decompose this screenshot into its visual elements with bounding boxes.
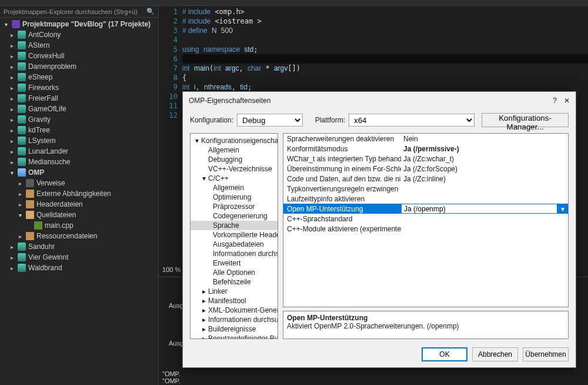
chevron-right-icon[interactable]: ▸ (8, 42, 15, 49)
property-tree[interactable]: ▾Konfigurationseigenschaften AllgemeinDe… (190, 133, 278, 339)
tree-item[interactable]: Ausgabedateien (191, 240, 278, 249)
project-icon (18, 168, 26, 177)
tree-item[interactable]: ▸Buildereignisse (191, 324, 278, 334)
grid-row[interactable]: Konformitätsmodus Ja (/permissive-) (283, 144, 568, 154)
project-icon (18, 31, 26, 39)
chevron-right-icon[interactable]: ▸ (16, 201, 24, 208)
chevron-right-icon[interactable]: ▸ (8, 117, 15, 123)
dialog-titlebar[interactable]: OMP-Eigenschaftenseiten ? ✕ (183, 92, 576, 109)
project-node[interactable]: ▸ GameOfLife (0, 104, 158, 114)
main-cpp-node[interactable]: main.cpp (0, 220, 158, 231)
cancel-button[interactable]: Abbrechen (472, 347, 518, 361)
tree-item[interactable]: ▸Linker (191, 287, 278, 296)
chevron-down-icon[interactable]: ▾ (16, 212, 24, 218)
chevron-right-icon[interactable]: ▸ (8, 53, 15, 59)
project-node[interactable]: ▸ LunarLander (0, 146, 158, 157)
grid-row[interactable]: WChar_t als integrierten Typ behandeln J… (283, 154, 568, 164)
grid-row[interactable]: Code und Daten, auf den bzw. die nicht v… (283, 174, 568, 184)
tree-item[interactable]: ▸XML-Dokument-Generato (191, 306, 278, 315)
top-toolbar-strip (0, 0, 588, 6)
chevron-right-icon[interactable]: ▸ (8, 127, 15, 134)
property-grid[interactable]: Spracherweiterungen deaktivieren Nein Ko… (283, 133, 569, 307)
tree-item[interactable]: Allgemein (191, 145, 278, 155)
dropdown-icon[interactable]: ▾ (557, 205, 568, 213)
help-icon[interactable]: ? (553, 97, 557, 105)
chevron-right-icon[interactable]: ▸ (16, 191, 24, 197)
zoom-indicator[interactable]: 100 % (159, 265, 184, 274)
tree-item[interactable]: Befehlszeile (191, 277, 278, 287)
chevron-right-icon[interactable]: ▸ (8, 85, 15, 91)
config-manager-button[interactable]: Konfigurations-Manager... (482, 113, 569, 127)
chevron-right-icon[interactable]: ▸ (8, 138, 15, 144)
tree-item[interactable]: Vorkompilierte Header (191, 230, 278, 240)
tree-item[interactable]: Sprache (191, 221, 278, 230)
chevron-right-icon[interactable]: ▸ (8, 95, 15, 102)
resource-files-node[interactable]: ▸ Ressourcendateien (0, 231, 158, 241)
tree-root[interactable]: ▾Konfigurationseigenschaften (191, 136, 278, 145)
chevron-right-icon[interactable]: ▸ (16, 233, 24, 240)
project-node[interactable]: ▸ AntColony (0, 29, 158, 40)
project-icon (18, 253, 26, 261)
project-node[interactable]: ▸ FreierFall (0, 93, 158, 104)
search-placeholder: Projektmappen-Explorer durchsuchen (Strg… (4, 8, 138, 15)
tree-item[interactable]: Erweitert (191, 258, 278, 268)
project-omp[interactable]: ▾ OMP (0, 167, 158, 178)
source-files-node[interactable]: ▾ Quelldateien (0, 210, 158, 220)
platform-select[interactable]: x64 (349, 114, 475, 127)
chevron-right-icon[interactable]: ▸ (8, 244, 15, 250)
chevron-right-icon[interactable]: ▸ (8, 148, 15, 155)
tree-item[interactable]: Debugging (191, 155, 278, 164)
project-node[interactable]: ▸ eSheep (0, 72, 158, 82)
chevron-right-icon[interactable]: ▸ (8, 159, 15, 165)
tree-item[interactable]: ▸Benutzerdefinierter Buildsc (191, 334, 278, 339)
chevron-right-icon[interactable]: ▸ (8, 32, 15, 38)
tree-item[interactable]: ▸Informationen durchsuche (191, 315, 278, 324)
project-node[interactable]: ▸ ConvexHull (0, 51, 158, 61)
chevron-right-icon[interactable]: ▸ (8, 254, 15, 261)
grid-row[interactable]: Spracherweiterungen deaktivieren Nein (283, 134, 568, 144)
chevron-down-icon[interactable]: ▾ (8, 170, 15, 176)
project-node[interactable]: ▸ Sanduhr (0, 241, 158, 252)
tree-item[interactable]: Allgemein (191, 183, 278, 192)
grid-row[interactable]: C++-Module aktivieren (experimentell) (283, 224, 568, 234)
project-node[interactable]: ▸ Mediansuche (0, 157, 158, 167)
tree-item[interactable]: VC++-Verzeichnisse (191, 164, 278, 174)
chevron-right-icon[interactable]: ▸ (8, 265, 15, 271)
references-node[interactable]: ▸ Verweise (0, 178, 158, 188)
config-select[interactable]: Debug (237, 114, 303, 127)
tree-cxx[interactable]: ▾C/C++ (191, 174, 278, 183)
tree-item[interactable]: ▸Manifesttool (191, 296, 278, 306)
project-node[interactable]: ▸ Damenproblem (0, 61, 158, 72)
grid-row[interactable]: Typkonvertierungsregeln erzwingen (283, 184, 568, 194)
chevron-right-icon[interactable]: ▸ (8, 74, 15, 81)
external-deps-node[interactable]: ▸ Externe Abhängigkeiten (0, 188, 158, 199)
project-node[interactable]: ▸ Waldbrand (0, 263, 158, 273)
solution-node[interactable]: ▾ Projektmappe "DevBlog" (17 Projekte) (0, 19, 158, 29)
tree-item[interactable]: Codegenerierung (191, 211, 278, 221)
project-icon (18, 126, 26, 134)
close-icon[interactable]: ✕ (564, 97, 570, 105)
tree-item[interactable]: Präprozessor (191, 202, 278, 211)
grid-row[interactable]: Laufzeittypinfo aktivieren (283, 194, 568, 204)
grid-row[interactable]: Übereinstimmung in einem For-Schleifenbe… (283, 164, 568, 174)
project-icon (18, 115, 26, 124)
project-node[interactable]: ▸ Fireworks (0, 82, 158, 93)
ok-button[interactable]: OK (422, 347, 467, 361)
explorer-search[interactable]: Projektmappen-Explorer durchsuchen (Strg… (0, 6, 158, 18)
project-node[interactable]: ▸ Gravity (0, 114, 158, 125)
grid-row[interactable]: Open MP-Unterstützung Ja (/openmp) ▾ (283, 204, 568, 214)
grid-row[interactable]: C++-Sprachstandard (283, 214, 568, 224)
project-node[interactable]: ▸ kdTree (0, 125, 158, 135)
project-node[interactable]: ▸ Vier Gewinnt (0, 252, 158, 263)
chevron-right-icon[interactable]: ▸ (16, 180, 24, 187)
tree-item[interactable]: Alle Optionen (191, 268, 278, 277)
apply-button[interactable]: Übernehmen (523, 347, 569, 361)
header-files-node[interactable]: ▸ Headerdateien (0, 199, 158, 210)
tree-item[interactable]: Optimierung (191, 192, 278, 202)
chevron-right-icon[interactable]: ▸ (8, 106, 15, 112)
tree-item[interactable]: Informationen durchsu (191, 249, 278, 258)
chevron-right-icon[interactable]: ▸ (8, 64, 15, 70)
project-node[interactable]: ▸ AStern (0, 40, 158, 51)
chevron-down-icon[interactable]: ▾ (2, 21, 9, 28)
project-node[interactable]: ▸ LSystem (0, 135, 158, 146)
